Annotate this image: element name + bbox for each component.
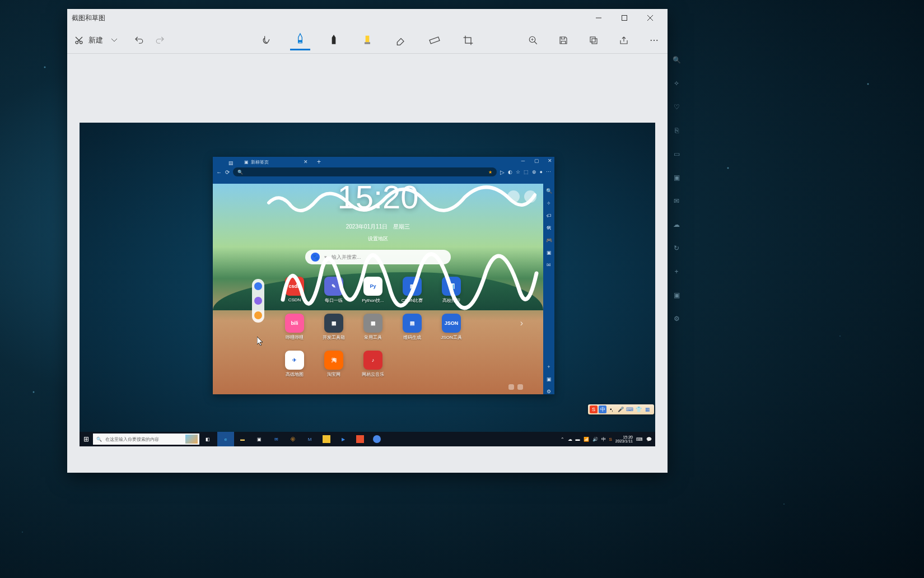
task-view-button[interactable]: ◧ (199, 432, 216, 446)
ballpoint-pen-button[interactable] (290, 30, 310, 50)
quick-link-tile[interactable]: 淘淘宝网 (317, 351, 351, 377)
browser-close-button[interactable]: ✕ (547, 158, 553, 164)
tray-notifications-icon[interactable]: 💬 (646, 437, 652, 442)
taskbar-app-1[interactable]: M (301, 432, 318, 446)
taskbar-search-app[interactable]: 🞋 (284, 432, 301, 446)
extension-icon[interactable]: ⬚ (524, 169, 529, 175)
browser-maximize-button[interactable]: ▢ (533, 158, 540, 164)
search-input[interactable]: 🐾 ▾ 输入并搜索... (305, 250, 451, 264)
next-page-button[interactable]: › (520, 318, 523, 328)
tray-volume-icon[interactable]: 🔊 (592, 437, 598, 442)
close-button[interactable] (637, 9, 663, 27)
dock-item-2[interactable] (254, 297, 262, 305)
quick-link-tile[interactable]: ♪网易云音乐 (356, 351, 390, 377)
ime-punct-icon[interactable]: •, (608, 405, 615, 413)
crop-button[interactable] (458, 30, 478, 50)
tray-onedrive-icon[interactable]: ☁ (568, 437, 572, 442)
redo-button[interactable] (150, 30, 170, 50)
taskbar-explorer[interactable]: ▬ (234, 432, 251, 446)
taskbar-app-2[interactable] (318, 432, 335, 446)
taskbar-app-5[interactable] (368, 432, 385, 446)
share-button[interactable] (614, 30, 634, 50)
quick-link-tile[interactable]: ▤CSDN比赛 (395, 277, 429, 304)
quick-link-tile[interactable]: ✎每日一练 (317, 277, 351, 304)
ime-skin-icon[interactable]: 👕 (634, 405, 642, 413)
sidebar-tools-icon[interactable]: 🛠 (547, 225, 552, 231)
refresh-button[interactable]: ⟳ (225, 169, 230, 175)
browser-tab[interactable]: ▣ 新标签页 ✕ (240, 158, 312, 166)
profile-avatar[interactable]: ● (540, 169, 543, 175)
quick-link-tile[interactable]: ✈高德地图 (278, 351, 311, 377)
quick-link-tile[interactable]: csdnCSDN (278, 277, 311, 304)
page-indicator[interactable] (517, 384, 523, 390)
taskbar-search[interactable]: 🔍 在这里输入你要搜索的内容 (93, 434, 199, 445)
quick-link-tile[interactable]: bili哔哩哔哩 (278, 314, 311, 341)
eraser-button[interactable] (391, 30, 411, 50)
region-link[interactable]: 设置地区 (368, 235, 388, 243)
tab-close-button[interactable]: ✕ (304, 159, 308, 165)
ime-voice-icon[interactable]: 🎤 (617, 405, 624, 413)
sidebar-add-icon[interactable]: + (547, 364, 550, 370)
tray-chevron-icon[interactable]: ⌃ (561, 437, 564, 442)
quick-link-tile[interactable]: ▦常用工具 (356, 314, 390, 341)
play-icon[interactable]: ▷ (500, 169, 505, 175)
apps-icon[interactable] (507, 190, 520, 203)
taskbar-app-4[interactable] (352, 432, 368, 446)
new-snip-button[interactable]: 新建 (71, 33, 106, 48)
tray-battery-icon[interactable]: ▬ (576, 437, 580, 442)
ime-toolbox-icon[interactable]: ▦ (643, 405, 651, 413)
quick-link-tile[interactable]: ▤维码生成 (395, 314, 429, 341)
sidebar-games-icon[interactable]: 🎮 (546, 237, 552, 243)
ime-keyboard-icon[interactable]: ⌨ (626, 405, 633, 413)
undo-button[interactable] (129, 30, 149, 50)
sidebar-shopping-icon[interactable]: 🏷 (547, 213, 552, 218)
sidebar-search-icon[interactable]: 🔍 (546, 188, 552, 194)
start-button[interactable]: ⊞ (80, 435, 93, 443)
weather-icon[interactable] (524, 190, 536, 203)
tray-keyboard-icon[interactable]: ⌨ (636, 437, 643, 442)
sidebar-collapse-icon[interactable]: ▣ (547, 376, 552, 382)
tile-label: 高德地图 (286, 371, 304, 377)
highlighter-button[interactable] (357, 30, 377, 50)
taskbar-store[interactable]: ▣ (251, 432, 268, 446)
settings-menu-button[interactable]: ⋯ (546, 169, 551, 175)
ime-floating-bar[interactable]: S 中 •, 🎤 ⌨ 👕 ▦ (588, 404, 654, 414)
browser-minimize-button[interactable]: ─ (520, 158, 526, 164)
new-snip-dropdown[interactable] (108, 39, 121, 42)
workspace-icon[interactable]: ▤ (228, 160, 237, 166)
page-indicator[interactable] (508, 384, 514, 390)
taskbar-mail[interactable]: ✉ (268, 432, 284, 446)
quick-link-tile[interactable]: PyPython技... (356, 277, 390, 304)
quick-link-tile[interactable]: ▦开发工具箱 (317, 314, 351, 341)
tray-sogou-icon[interactable]: S (609, 437, 612, 442)
maximize-button[interactable] (612, 9, 637, 27)
favorite-icon[interactable]: ★ (488, 170, 492, 175)
touch-writing-button[interactable] (256, 30, 277, 50)
back-button[interactable]: ← (216, 169, 222, 175)
sidebar-m365-icon[interactable]: ▣ (547, 250, 552, 255)
favorites-icon[interactable]: ☆ (516, 169, 520, 175)
tray-wifi-icon[interactable]: 📶 (584, 437, 589, 442)
quick-link-tile[interactable]: 📊高校排行 (435, 277, 468, 304)
appearance-icon[interactable]: ◐ (508, 169, 512, 175)
pencil-button[interactable] (324, 30, 344, 50)
copy-button[interactable] (584, 30, 604, 50)
zoom-button[interactable] (523, 30, 543, 50)
dock-item-1[interactable] (254, 282, 262, 290)
collections-icon[interactable]: ⊕ (532, 169, 536, 175)
dock-item-3[interactable] (254, 311, 262, 319)
address-bar[interactable]: 🔍 ★ (233, 167, 497, 176)
taskbar-edge[interactable]: e (217, 432, 234, 446)
ime-lang-button[interactable]: 中 (599, 405, 606, 413)
ruler-button[interactable] (424, 30, 445, 50)
sidebar-outlook-icon[interactable]: ✉ (547, 262, 551, 268)
minimize-button[interactable] (586, 9, 612, 27)
sidebar-settings-icon[interactable]: ⚙ (547, 389, 551, 394)
save-button[interactable] (553, 30, 573, 50)
new-tab-button[interactable]: + (315, 158, 323, 166)
quick-link-tile[interactable]: JSONJSON工具 (435, 314, 468, 341)
tray-ime-icon[interactable]: 中 (601, 436, 606, 442)
more-button[interactable] (644, 30, 664, 50)
sidebar-ai-icon[interactable]: ✧ (547, 201, 551, 206)
taskbar-app-3[interactable]: ▶ (335, 432, 352, 446)
